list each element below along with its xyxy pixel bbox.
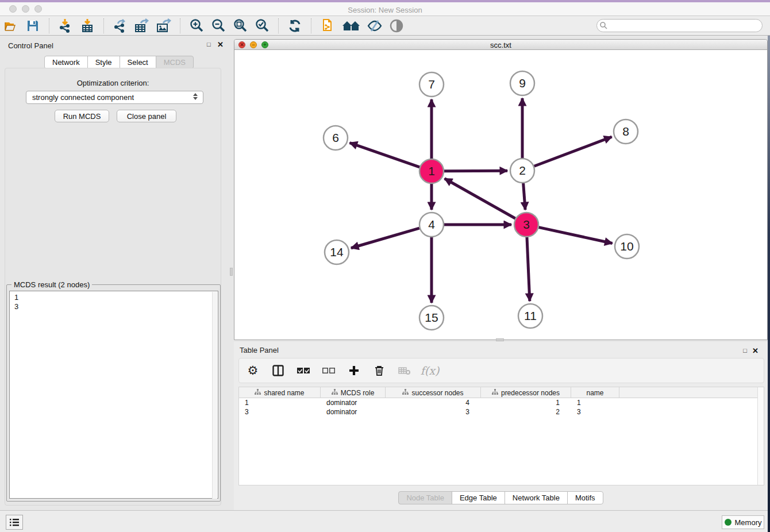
memory-status-icon xyxy=(725,519,732,526)
column-header-MCDS-role[interactable]: MCDS role xyxy=(321,387,386,398)
window-title: Session: New Session xyxy=(0,6,770,14)
zoom-out-icon[interactable] xyxy=(210,18,227,34)
node-label-6: 6 xyxy=(332,131,339,144)
tab-motifs[interactable]: Motifs xyxy=(567,491,603,504)
cell-MCDS-role[interactable]: dominator xyxy=(321,407,386,417)
hierarchy-icon xyxy=(492,389,498,397)
column-header-predecessor-nodes[interactable]: predecessor nodes xyxy=(481,387,571,398)
tab-style[interactable]: Style xyxy=(87,56,120,69)
mcds-result-group: MCDS result (2 nodes) 13 xyxy=(6,284,221,502)
column-label: name xyxy=(586,389,603,397)
cell-name[interactable]: 3 xyxy=(571,407,619,417)
task-history-button[interactable] xyxy=(6,515,23,530)
status-bar: Memory xyxy=(0,510,770,532)
float-table-panel-icon[interactable]: □ xyxy=(743,347,747,354)
edge-4-14[interactable] xyxy=(351,228,419,248)
network-window-titlebar[interactable]: ✕ − + scc.txt xyxy=(234,40,767,50)
cell-shared-name[interactable]: 3 xyxy=(239,407,321,417)
cell-shared-name[interactable]: 1 xyxy=(239,398,321,407)
column-header-name[interactable]: name xyxy=(571,387,619,398)
main-toolbar xyxy=(0,16,770,36)
table-panel: Table Panel □ ✕ ⚙ f(x) shared nameMCDS r… xyxy=(234,342,768,510)
edge-3-11[interactable] xyxy=(527,237,530,301)
tab-network-table[interactable]: Network Table xyxy=(505,491,568,504)
node-label-2: 2 xyxy=(519,164,526,177)
table-row[interactable]: 1dominator411 xyxy=(239,398,764,407)
close-panel-button[interactable]: Close panel xyxy=(117,110,176,122)
edge-1-2[interactable] xyxy=(444,171,507,171)
export-network-icon[interactable] xyxy=(111,18,129,34)
split-view-icon[interactable] xyxy=(271,364,285,377)
function-builder-icon: f(x) xyxy=(423,364,437,377)
node-label-8: 8 xyxy=(622,125,629,138)
close-panel-icon[interactable]: ✕ xyxy=(217,40,224,49)
cell-MCDS-role[interactable]: dominator xyxy=(321,398,386,407)
cell-successor-nodes[interactable]: 3 xyxy=(386,407,481,417)
mcds-result-title: MCDS result (2 nodes) xyxy=(11,280,92,289)
memory-button[interactable]: Memory xyxy=(722,515,764,529)
cell-predecessor-nodes[interactable]: 1 xyxy=(481,398,571,407)
edge-2-8[interactable] xyxy=(534,137,612,166)
import-network-icon[interactable] xyxy=(57,18,74,34)
column-header-shared-name[interactable]: shared name xyxy=(239,387,321,398)
hierarchy-icon xyxy=(402,389,409,397)
node-label-4: 4 xyxy=(428,218,435,231)
toolbar-separator xyxy=(49,18,49,33)
column-header-successor-nodes[interactable]: successor nodes xyxy=(386,387,481,398)
export-image-icon[interactable] xyxy=(155,18,172,34)
zoom-selected-icon[interactable] xyxy=(253,18,271,34)
clone-network-icon[interactable] xyxy=(319,18,336,34)
search-input[interactable] xyxy=(596,19,763,32)
deselect-all-columns-icon[interactable] xyxy=(322,364,336,377)
vertical-splitter-handle[interactable] xyxy=(230,268,233,276)
tab-network[interactable]: Network xyxy=(44,56,88,69)
cell-successor-nodes[interactable]: 4 xyxy=(386,398,481,407)
close-table-panel-icon[interactable]: ✕ xyxy=(752,346,759,355)
cell-predecessor-nodes[interactable]: 2 xyxy=(481,407,571,417)
hide-panels-icon[interactable] xyxy=(366,18,383,34)
table-toolbar: ⚙ f(x) xyxy=(238,358,764,383)
cell-name[interactable]: 1 xyxy=(571,398,619,407)
node-label-3: 3 xyxy=(523,218,530,231)
zoom-in-icon[interactable] xyxy=(188,18,205,34)
desktop-background-edge xyxy=(768,36,770,532)
node-table[interactable]: shared nameMCDS rolesuccessor nodesprede… xyxy=(238,387,764,485)
horizontal-splitter-handle[interactable] xyxy=(496,338,504,341)
add-column-icon[interactable] xyxy=(347,364,361,377)
tab-node-table[interactable]: Node Table xyxy=(398,491,452,504)
mcds-result-node[interactable]: 1 xyxy=(14,293,218,302)
save-session-icon[interactable] xyxy=(24,18,41,34)
column-label: successor nodes xyxy=(411,389,463,397)
mcds-result-node[interactable]: 3 xyxy=(14,302,218,311)
tab-select[interactable]: Select xyxy=(120,56,156,69)
import-table-icon[interactable] xyxy=(79,18,96,34)
table-scrollbar[interactable] xyxy=(757,387,764,485)
refresh-layout-icon[interactable] xyxy=(286,18,303,34)
mcds-panel: Optimization criterion: strongly connect… xyxy=(5,68,221,506)
float-panel-icon[interactable]: □ xyxy=(207,41,211,48)
table-panel-title: Table Panel xyxy=(240,346,279,354)
window-titlebar: Session: New Session xyxy=(0,2,770,16)
mcds-result-list[interactable]: 13 xyxy=(9,291,218,499)
delete-column-icon[interactable] xyxy=(372,364,386,377)
run-mcds-button[interactable]: Run MCDS xyxy=(55,110,109,122)
table-settings-icon[interactable]: ⚙ xyxy=(246,364,260,377)
show-view-icon[interactable] xyxy=(388,18,405,34)
edge-2-3[interactable] xyxy=(523,183,525,210)
home-view-icon[interactable] xyxy=(341,18,361,34)
tab-mcds[interactable]: MCDS xyxy=(156,56,194,69)
network-graph-canvas[interactable]: 1234678910111415 xyxy=(234,50,767,340)
edge-3-1[interactable] xyxy=(445,179,515,218)
control-panel-tabs: NetworkStyleSelectMCDS xyxy=(44,56,194,69)
open-session-icon[interactable] xyxy=(2,18,20,34)
edge-3-10[interactable] xyxy=(538,228,612,244)
node-label-7: 7 xyxy=(428,78,435,91)
criterion-dropdown[interactable]: strongly connected component xyxy=(26,91,203,104)
table-row[interactable]: 3dominator323 xyxy=(239,407,764,417)
edge-1-6[interactable] xyxy=(350,143,420,167)
tab-edge-table[interactable]: Edge Table xyxy=(452,491,505,504)
result-scrollbar[interactable] xyxy=(212,292,217,499)
zoom-fit-icon[interactable] xyxy=(232,18,249,34)
select-all-columns-icon[interactable] xyxy=(297,364,310,377)
export-table-icon[interactable] xyxy=(133,18,151,34)
